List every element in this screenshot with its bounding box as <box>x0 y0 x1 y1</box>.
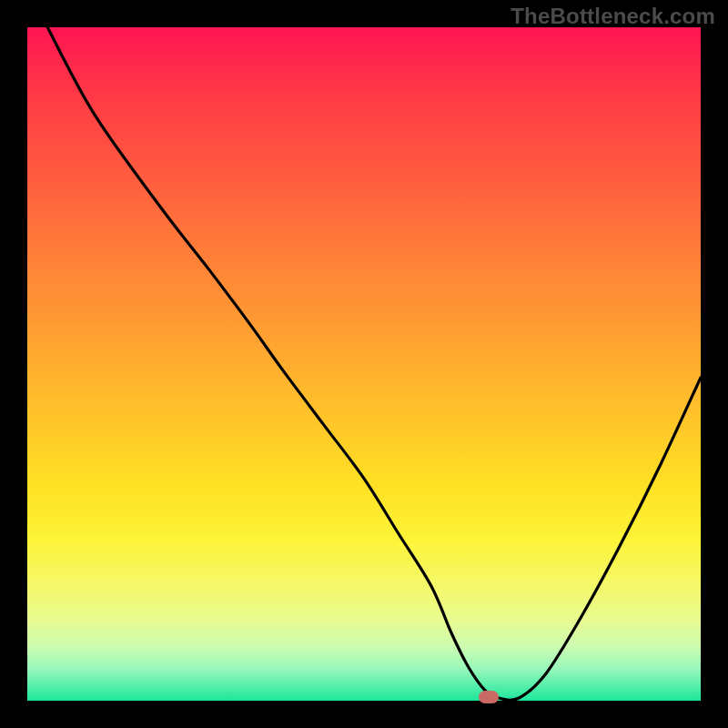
curve-svg <box>27 27 701 701</box>
chart-frame: TheBottleneck.com <box>0 0 728 728</box>
plot-area <box>27 27 701 701</box>
optimum-marker <box>479 691 499 703</box>
watermark-text: TheBottleneck.com <box>511 4 715 29</box>
bottleneck-curve-path <box>47 27 701 700</box>
